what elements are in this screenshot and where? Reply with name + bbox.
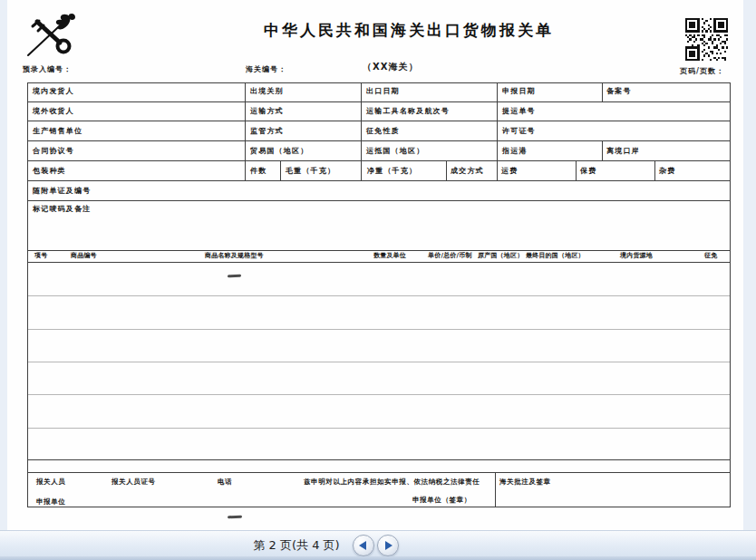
field-label-producer: 生产销售单位: [33, 128, 82, 135]
next-page-button[interactable]: [377, 535, 399, 556]
ink-smudge: [228, 275, 241, 278]
declaration-agent-label: 报关人员: [36, 478, 65, 486]
pagination-bar: 第 2 页(共 4 页): [0, 530, 756, 556]
customs-emblem-icon: [24, 10, 78, 57]
field-label-record-no: 备案号: [606, 88, 632, 95]
field-label-arrival-country: 运抵国（地区）: [366, 148, 424, 155]
window-bottom-edge: [0, 556, 756, 560]
qr-code-icon: [685, 18, 728, 61]
customs-no-label: 海关编号：: [246, 64, 286, 74]
field-label-freight: 运费: [501, 168, 518, 175]
field-label-exemption-nature: 征免性质: [366, 128, 400, 135]
right-arrow-icon: [385, 541, 393, 550]
customs-notes-seal-label: 海关批注及签章: [499, 478, 551, 486]
field-label-declare-date: 申报日期: [502, 88, 536, 95]
goods-header-item-no: 项号: [34, 253, 47, 259]
field-label-export-date: 出口日期: [366, 88, 400, 95]
field-label-gross-weight: 毛重（千克）: [286, 168, 335, 175]
field-label-supervision: 监管方式: [250, 128, 284, 135]
field-label-bl-no: 提运单号: [502, 108, 536, 115]
previous-page-button[interactable]: [353, 535, 374, 556]
left-arrow-icon: [359, 541, 366, 550]
declare-unit-seal-label: 申报单位（签章）: [412, 497, 471, 504]
field-label-transaction-mode: 成交方式: [451, 168, 484, 175]
declaration-form-page: 中华人民共和国海关出口货物报关单: [7, 0, 743, 530]
field-label-exit-port: 离境口岸: [606, 148, 640, 155]
form-grid-lines: [7, 0, 756, 560]
pre-entry-no-label: 预录入编号：: [23, 64, 72, 74]
goods-header-origin-country: 原产国（地区）: [478, 253, 523, 259]
field-label-attached-docs: 随附单证及编号: [33, 188, 91, 195]
field-label-net-weight: 净重（千克）: [367, 168, 417, 175]
field-label-license-no: 许可证号: [502, 128, 536, 135]
field-label-consignor: 境内发货人: [33, 88, 74, 95]
field-label-pieces: 件数: [250, 168, 267, 175]
field-label-exit-customs: 出境关别: [250, 88, 284, 95]
document-viewer: 中华人民共和国海关出口货物报关单: [0, 0, 756, 560]
form-title: 中华人民共和国海关出口货物报关单: [264, 20, 554, 41]
field-label-destination-port: 指运港: [502, 148, 528, 155]
goods-header-domestic-source: 境内货源地: [620, 253, 653, 259]
declaration-phone-label: 电话: [218, 478, 232, 486]
field-label-package-type: 包装种类: [33, 168, 66, 175]
goods-header-final-destination: 最终目的国（地区）: [526, 253, 585, 259]
field-label-consignee: 境外收货人: [33, 108, 74, 115]
field-label-misc-fees: 杂费: [659, 168, 675, 175]
field-label-transport-name: 运输工具名称及航次号: [366, 108, 450, 115]
goods-header-commodity-code: 商品编号: [71, 253, 97, 259]
field-label-insurance: 保费: [580, 168, 596, 175]
field-label-trade-country: 贸易国（地区）: [250, 148, 308, 155]
field-label-marks-remarks: 标记唛码及备注: [33, 206, 91, 213]
goods-header-quantity-unit: 数量及单位: [373, 253, 406, 259]
field-label-transport-mode: 运输方式: [250, 108, 284, 115]
customs-office-label: （XX海关）: [363, 61, 418, 73]
ink-smudge: [228, 516, 242, 519]
field-label-contract-no: 合同协议号: [33, 148, 74, 155]
page-of-pages-label: 页码/页数：: [680, 66, 724, 76]
goods-header-commodity-name: 商品名称及规格型号: [205, 253, 264, 259]
declaration-agent-id-label: 报关人员证号: [111, 478, 156, 486]
declaration-statement: 兹申明对以上内容承担如实申报、依法纳税之法律责任: [304, 478, 480, 486]
goods-header-exemption: 征免: [704, 253, 717, 259]
declare-unit-label: 申报单位: [36, 498, 65, 506]
goods-header-price: 单价/总价/币制: [428, 253, 472, 259]
page-indicator: 第 2 页(共 4 页): [228, 537, 364, 554]
